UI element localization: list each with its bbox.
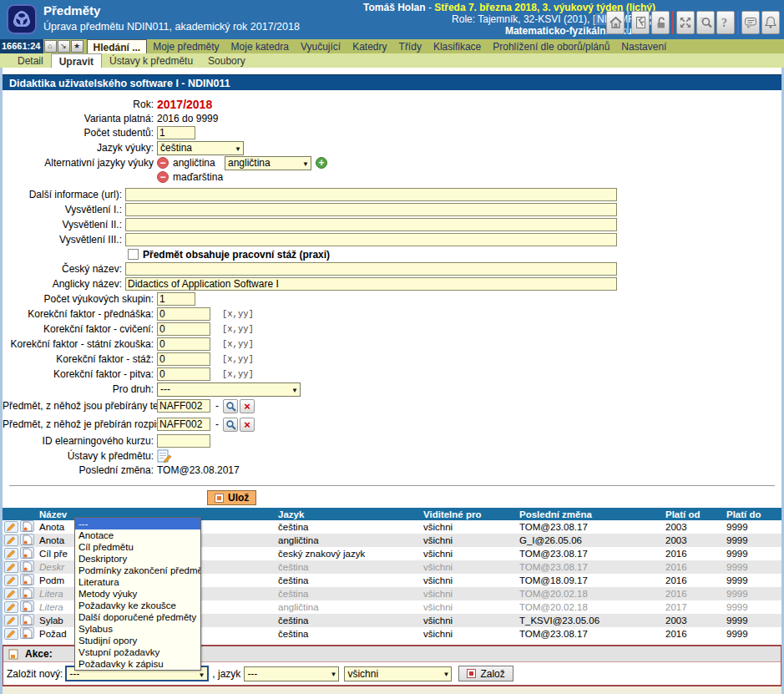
home-icon[interactable]: ⌂: [44, 40, 57, 53]
remove-language-icon[interactable]: −: [157, 171, 169, 183]
dropdown-option[interactable]: Další doporučené předměty: [75, 611, 200, 623]
nav-tab[interactable]: Moje katedra: [225, 39, 295, 53]
cesky-nazev-input[interactable]: [125, 262, 617, 276]
vysvetleni2-input[interactable]: [125, 218, 617, 231]
rozpis-label: Předmět, z něhož je přebírán rozpis výuk…: [3, 418, 157, 430]
edit-icon[interactable]: [4, 575, 18, 586]
modules-icon[interactable]: [676, 11, 695, 34]
korekce-input[interactable]: [157, 337, 210, 351]
subject-search-icon[interactable]: [696, 11, 715, 34]
pocet-skupin-input[interactable]: [157, 292, 195, 306]
nav-tab[interactable]: Prohlížení dle oborů/plánů: [487, 39, 615, 53]
nav-tab[interactable]: Moje předměty: [147, 39, 225, 53]
search-icon[interactable]: [223, 399, 238, 413]
document-icon[interactable]: [20, 614, 34, 626]
subnav-tab[interactable]: Upravit: [51, 53, 102, 68]
nav-tab[interactable]: Hledání ...: [87, 39, 148, 53]
korekce-input[interactable]: [157, 307, 210, 321]
clear-icon[interactable]: ×: [240, 418, 255, 432]
dropdown-option[interactable]: Deskriptory: [75, 553, 200, 565]
edit-icon[interactable]: [4, 628, 18, 640]
edit-icon[interactable]: [4, 601, 18, 613]
subnav-tab[interactable]: Soubory: [200, 53, 253, 68]
edit-icon[interactable]: [4, 548, 18, 560]
edit-icon[interactable]: [4, 534, 18, 546]
notifications-icon[interactable]: [761, 11, 780, 34]
dropdown-option[interactable]: Vstupní požadavky: [75, 646, 200, 658]
document-icon[interactable]: [20, 520, 34, 532]
save-button[interactable]: Ulož: [207, 490, 256, 505]
document-icon[interactable]: [20, 574, 34, 585]
new-visibility-select[interactable]: všichni▼: [344, 666, 452, 681]
goto-icon[interactable]: ↘: [58, 40, 70, 53]
chevron-down-icon: ▼: [330, 671, 336, 678]
elearning-input[interactable]: [157, 434, 210, 448]
pocet-studentu-input[interactable]: [157, 126, 195, 139]
document-icon[interactable]: [20, 560, 34, 572]
alt-language-select[interactable]: angličtina▼: [225, 156, 311, 170]
cell-zmena: TOM@20.02.18: [516, 587, 662, 600]
add-language-icon[interactable]: +: [316, 157, 327, 169]
create-button[interactable]: Založ: [458, 666, 513, 681]
jazyk-vyuky-select[interactable]: čeština▼: [157, 141, 244, 155]
chevron-down-icon: ▼: [291, 387, 298, 394]
dropdown-option[interactable]: Metody výuky: [75, 588, 200, 600]
edit-icon[interactable]: [4, 588, 18, 600]
feedback-icon[interactable]: [741, 11, 760, 34]
edit-icon[interactable]: [4, 615, 18, 626]
cell-do: 9999: [723, 600, 781, 614]
vysvetleni3-input[interactable]: [125, 233, 617, 246]
rozpis-input[interactable]: [157, 418, 210, 431]
document-icon[interactable]: [20, 600, 34, 612]
cell-jazyk: čeština: [275, 627, 420, 641]
cell-od: 2003: [662, 534, 723, 547]
nav-tab[interactable]: Vyučující: [295, 39, 346, 53]
cell-zmena: TOM@18.09.17: [516, 574, 662, 587]
dropdown-option[interactable]: Podmínky zakončení předmětu: [75, 565, 200, 576]
posledni-zmena-value: TOM@23.08.2017: [157, 464, 240, 476]
dropdown-option[interactable]: Anotace: [75, 529, 200, 541]
anglicky-nazev-label: Anglicky název:: [3, 278, 125, 290]
edit-notepad-icon[interactable]: [157, 449, 172, 463]
nav-tab[interactable]: Katedry: [346, 39, 392, 53]
korekce-input[interactable]: [157, 352, 210, 366]
document-icon[interactable]: [20, 627, 34, 639]
help-icon[interactable]: ?: [716, 11, 735, 34]
subnav-tab[interactable]: Ústavy k předmětu: [102, 53, 200, 68]
lock-icon[interactable]: [651, 11, 670, 34]
edit-icon[interactable]: [4, 521, 18, 533]
home-icon[interactable]: [606, 11, 625, 34]
new-language-select[interactable]: ---▼: [244, 666, 339, 681]
staz-checkbox[interactable]: [128, 249, 139, 260]
dropdown-option[interactable]: Požadavky ke zkoušce: [75, 600, 200, 611]
document-icon[interactable]: [20, 587, 34, 599]
dropdown-option[interactable]: Literatura: [75, 576, 200, 588]
vysvetleni1-input[interactable]: [125, 203, 617, 216]
document-icon[interactable]: [20, 547, 34, 559]
pro-druh-select[interactable]: ---▼: [157, 382, 301, 397]
remove-language-icon[interactable]: −: [157, 157, 169, 169]
korekce-input[interactable]: [157, 322, 210, 336]
tools-icon[interactable]: [631, 11, 650, 34]
korekce-input[interactable]: [157, 367, 210, 381]
dropdown-option[interactable]: ---: [75, 518, 200, 529]
nav-tab[interactable]: Nastavení: [615, 39, 672, 53]
dropdown-option[interactable]: Požadavky k zápisu: [75, 658, 200, 670]
nav-tab[interactable]: Třídy: [393, 39, 427, 53]
dalsi-informace-input[interactable]: [125, 188, 617, 201]
dropdown-option[interactable]: Cíl předmětu: [75, 541, 200, 553]
nav-tab[interactable]: Klasifikace: [427, 39, 487, 53]
dropdown-option[interactable]: Studijní opory: [75, 635, 200, 646]
edit-icon[interactable]: [4, 561, 18, 573]
prebirane-texty-input[interactable]: [157, 399, 210, 413]
anglicky-nazev-input[interactable]: [125, 277, 617, 291]
sis-logo-icon[interactable]: [7, 4, 37, 34]
chevron-down-icon: ▼: [235, 145, 241, 153]
search-icon[interactable]: [223, 418, 238, 432]
clear-icon[interactable]: ×: [240, 399, 255, 413]
document-icon[interactable]: [20, 534, 34, 545]
favorite-star-icon[interactable]: ★: [71, 40, 83, 53]
subnav-tab[interactable]: Detail: [10, 53, 51, 68]
dropdown-option[interactable]: Sylabus: [75, 623, 200, 635]
cell-jazyk: čeština: [275, 614, 420, 627]
